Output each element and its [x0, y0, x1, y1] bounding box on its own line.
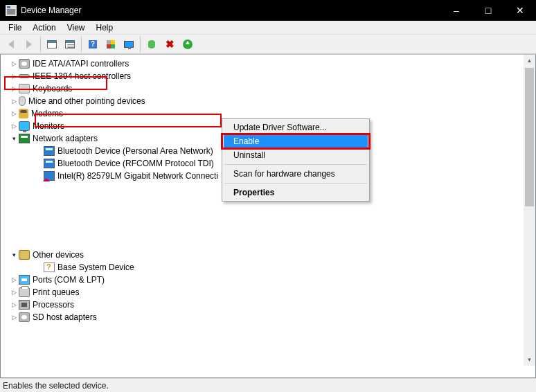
tree-label: Intel(R) 82579LM Gigabit Network Connect…	[57, 171, 218, 181]
expand-icon[interactable]: ▷	[9, 287, 19, 297]
context-menu: Update Driver Software... Enable Uninsta…	[222, 118, 370, 202]
tree-node-ports[interactable]: ▷ Ports (COM & LPT)	[1, 274, 524, 286]
tree-label: Bluetooth Device (RFCOMM Protocol TDI)	[57, 159, 214, 168]
expand-icon[interactable]: ▷	[9, 312, 19, 322]
enable-device-button[interactable]	[179, 36, 196, 53]
menu-action[interactable]: Action	[27, 21, 61, 34]
app-icon	[6, 5, 17, 16]
tree-node-base-system-device[interactable]: Base System Device	[1, 261, 524, 274]
tree-node-ieee1394[interactable]: ▷ IEEE 1394 host controllers	[1, 70, 524, 82]
tree-label: Base System Device	[57, 262, 134, 272]
back-button[interactable]	[3, 36, 19, 53]
ctx-scan-hardware[interactable]: Scan for hardware changes	[224, 167, 368, 181]
ide-icon	[19, 59, 30, 69]
x-icon: ✖	[166, 39, 175, 49]
tree-label: Ports (COM & LPT)	[33, 275, 105, 285]
scroll-down-button[interactable]: ▼	[524, 354, 535, 366]
ctx-uninstall[interactable]: Uninstall	[224, 148, 368, 162]
tree-label: IDE ATA/ATAPI controllers	[33, 59, 129, 69]
modem-icon	[19, 109, 28, 118]
title-bar: Device Manager – □ ✕	[0, 0, 536, 21]
expand-icon[interactable]: ▷	[9, 71, 19, 81]
tree-label: Bluetooth Device (Personal Area Network)	[57, 146, 213, 156]
status-text: Enables the selected device.	[3, 381, 109, 391]
expand-icon[interactable]: ▷	[9, 84, 19, 93]
window-title: Device Manager	[21, 6, 440, 15]
device-tree[interactable]: ▷ IDE ATA/ATAPI controllers ▷ IEEE 1394 …	[1, 55, 524, 377]
tree-node-ide[interactable]: ▷ IDE ATA/ATAPI controllers	[1, 57, 524, 70]
help-icon: ?	[89, 40, 97, 48]
expand-icon[interactable]: ▷	[9, 59, 19, 69]
tree-node-sd-host[interactable]: ▷ SD host adapters	[1, 311, 524, 323]
adapter-icon	[44, 159, 55, 168]
scroll-up-button[interactable]: ▲	[524, 55, 535, 66]
sd-icon	[19, 312, 30, 322]
menu-help[interactable]: Help	[91, 21, 119, 34]
tree-label: Other devices	[33, 250, 84, 260]
tree-node-print-queues[interactable]: ▷ Print queues	[1, 286, 524, 299]
expand-icon[interactable]: ▷	[9, 121, 19, 131]
minimize-button[interactable]: –	[440, 0, 472, 21]
expand-icon[interactable]: ▷	[9, 300, 19, 310]
toolbar-separator	[40, 37, 41, 52]
status-bar: Enables the selected device.	[0, 378, 536, 392]
expand-icon[interactable]: ▷	[9, 96, 19, 106]
other-devices-icon	[19, 250, 30, 260]
ctx-properties[interactable]: Properties	[224, 186, 368, 199]
close-button[interactable]: ✕	[504, 0, 536, 21]
toolbar: ? ✖	[0, 35, 536, 54]
tree-node-processors[interactable]: ▷ Processors	[1, 299, 524, 311]
printer-icon	[19, 287, 30, 297]
expand-icon[interactable]: ▷	[9, 109, 19, 118]
collapse-icon[interactable]: ▾	[9, 250, 19, 260]
scan-icon	[148, 40, 155, 48]
categories-button[interactable]	[102, 36, 119, 53]
ctx-update-driver[interactable]: Update Driver Software...	[224, 121, 368, 134]
show-hide-tree-button[interactable]	[44, 36, 60, 53]
toolbar-separator	[81, 37, 82, 52]
adapter-disabled-icon	[44, 171, 55, 181]
arrow-left-icon	[8, 40, 14, 48]
vertical-scrollbar[interactable]: ▲ ▼	[524, 55, 535, 366]
maximize-button[interactable]: □	[472, 0, 504, 21]
display-button[interactable]	[120, 36, 137, 53]
monitor-icon	[124, 41, 134, 48]
adapter-icon	[44, 146, 55, 156]
menu-bar: File Action View Help	[0, 21, 536, 35]
tree-label: Print queues	[33, 287, 79, 297]
keyboard-icon	[19, 84, 30, 93]
forward-button[interactable]	[21, 36, 37, 53]
tree-label: IEEE 1394 host controllers	[33, 71, 131, 81]
grid-icon	[107, 40, 115, 48]
tree-node-other-devices[interactable]: ▾ Other devices	[1, 249, 524, 261]
scroll-track[interactable]	[524, 66, 535, 354]
mouse-icon	[19, 96, 26, 106]
uninstall-button[interactable]: ✖	[161, 36, 178, 53]
tree-label: Processors	[33, 300, 74, 310]
tree-label: SD host adapters	[33, 312, 97, 322]
properties-button[interactable]	[62, 36, 78, 53]
tree-node-mice[interactable]: ▷ Mice and other pointing devices	[1, 95, 524, 107]
collapse-icon[interactable]: ▾	[9, 134, 19, 143]
tree-label: Mice and other pointing devices	[28, 96, 145, 106]
ctx-separator	[224, 164, 367, 165]
tree-panel: ▷ IDE ATA/ATAPI controllers ▷ IEEE 1394 …	[0, 54, 536, 378]
network-icon	[19, 134, 30, 143]
window-controls: – □ ✕	[440, 0, 536, 21]
scroll-thumb[interactable]	[525, 68, 534, 206]
ctx-separator	[224, 183, 367, 184]
expand-icon[interactable]: ▷	[9, 275, 19, 285]
enable-icon	[183, 39, 193, 49]
cpu-icon	[19, 300, 30, 310]
menu-file[interactable]: File	[3, 21, 27, 34]
menu-view[interactable]: View	[62, 21, 91, 34]
tree-label: Keyboards	[33, 84, 72, 93]
ctx-enable[interactable]: Enable	[224, 134, 368, 148]
unknown-device-icon	[44, 262, 55, 272]
properties-icon	[65, 40, 75, 48]
tree-node-keyboards[interactable]: ▷ Keyboards	[1, 82, 524, 95]
scan-hardware-button[interactable]	[143, 36, 160, 53]
monitor-icon	[19, 121, 30, 131]
help-button[interactable]: ?	[84, 36, 101, 53]
ieee-icon	[19, 71, 30, 81]
